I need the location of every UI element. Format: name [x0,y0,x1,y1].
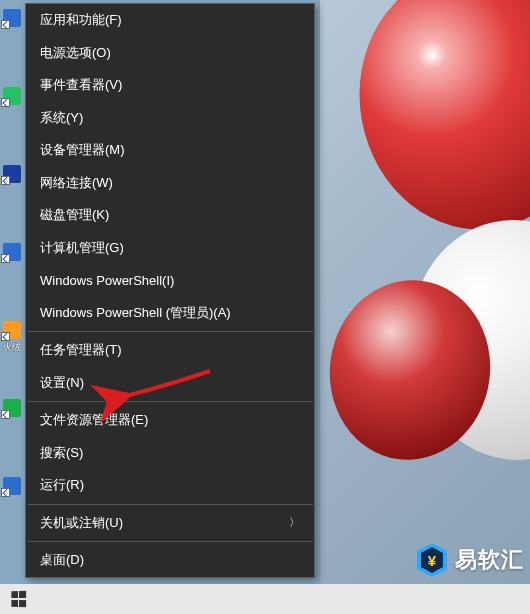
svg-text:¥: ¥ [428,552,437,569]
menu-item-label: 系统(Y) [40,109,300,127]
menu-powershell-admin[interactable]: Windows PowerShell (管理员)(A) [26,297,314,330]
desktop-shortcut-label: 火绒 [3,341,21,354]
desktop-shortcut-icon[interactable] [3,243,21,261]
desktop-shortcut-icon[interactable] [3,399,21,417]
menu-item-label: 应用和功能(F) [40,11,300,29]
shortcut-overlay-icon [1,410,10,419]
menu-power-options[interactable]: 电源选项(O) [26,37,314,70]
menu-item-label: 设备管理器(M) [40,141,300,159]
menu-item-label: 网络连接(W) [40,174,300,192]
watermark-badge-icon: ¥ [415,542,449,578]
menu-item-label: Windows PowerShell (管理员)(A) [40,304,300,322]
desktop-shortcut-icon[interactable] [3,9,21,27]
menu-item-label: 任务管理器(T) [40,341,300,359]
menu-item-label: 设置(N) [40,374,300,392]
menu-separator [27,504,313,505]
screenshot-canvas: 火绒 应用和功能(F)电源选项(O)事件查看器(V)系统(Y)设备管理器(M)网… [0,0,530,614]
menu-shutdown-signout[interactable]: 关机或注销(U)〉 [26,507,314,540]
menu-item-label: 计算机管理(G) [40,239,300,257]
shortcut-overlay-icon [1,20,10,29]
menu-item-label: 磁盘管理(K) [40,206,300,224]
menu-powershell[interactable]: Windows PowerShell(I) [26,264,314,297]
balloon-red-large [339,0,530,248]
watermark-text: 易软汇 [455,545,524,575]
menu-separator [27,401,313,402]
shortcut-overlay-icon [1,254,10,263]
menu-network-connections[interactable]: 网络连接(W) [26,167,314,200]
menu-task-manager[interactable]: 任务管理器(T) [26,334,314,367]
windows-logo-icon [11,591,27,608]
shortcut-overlay-icon [1,488,10,497]
menu-run[interactable]: 运行(R) [26,469,314,502]
shortcut-overlay-icon [1,98,10,107]
chevron-right-icon: 〉 [279,515,300,530]
menu-item-label: 桌面(D) [40,551,300,569]
menu-desktop[interactable]: 桌面(D) [26,544,314,577]
menu-item-label: 事件查看器(V) [40,76,300,94]
menu-apps-features[interactable]: 应用和功能(F) [26,4,314,37]
menu-item-label: 运行(R) [40,476,300,494]
menu-search[interactable]: 搜索(S) [26,437,314,470]
menu-item-label: 电源选项(O) [40,44,300,62]
desktop-shortcut-icon[interactable] [3,477,21,495]
watermark: ¥ 易软汇 [415,542,524,578]
menu-file-explorer[interactable]: 文件资源管理器(E) [26,404,314,437]
menu-item-label: Windows PowerShell(I) [40,273,300,288]
menu-disk-management[interactable]: 磁盘管理(K) [26,199,314,232]
menu-separator [27,541,313,542]
taskbar[interactable] [0,584,530,614]
shortcut-overlay-icon [1,332,10,341]
menu-event-viewer[interactable]: 事件查看器(V) [26,69,314,102]
start-button[interactable] [2,586,36,612]
desktop-shortcut-icon[interactable] [3,87,21,105]
menu-settings[interactable]: 设置(N) [26,367,314,400]
menu-item-label: 文件资源管理器(E) [40,411,300,429]
winx-context-menu[interactable]: 应用和功能(F)电源选项(O)事件查看器(V)系统(Y)设备管理器(M)网络连接… [25,3,315,578]
menu-item-label: 关机或注销(U) [40,514,279,532]
shortcut-overlay-icon [1,176,10,185]
menu-device-manager[interactable]: 设备管理器(M) [26,134,314,167]
menu-separator [27,331,313,332]
desktop-shortcut-icon[interactable]: 火绒 [3,321,21,339]
menu-computer-management[interactable]: 计算机管理(G) [26,232,314,265]
desktop-wallpaper [320,0,530,614]
desktop-icons-column: 火绒 [3,3,25,584]
menu-item-label: 搜索(S) [40,444,300,462]
desktop-shortcut-icon[interactable] [3,165,21,183]
menu-system[interactable]: 系统(Y) [26,102,314,135]
